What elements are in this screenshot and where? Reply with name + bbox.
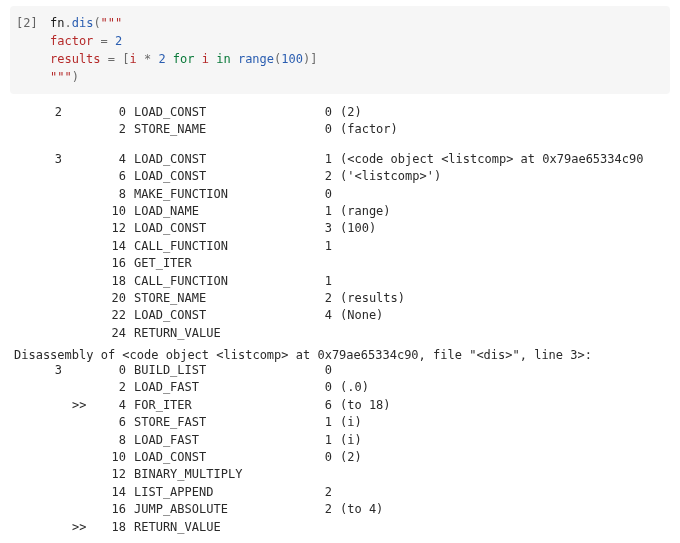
bytecode-lineno [14, 203, 72, 220]
bytecode-opcode: STORE_NAME [134, 290, 304, 307]
bytecode-arg: 0 [304, 121, 340, 138]
bytecode-marker [72, 151, 96, 168]
code-token: ( [93, 16, 100, 30]
bytecode-lineno [14, 484, 72, 501]
bytecode-arg: 2 [304, 484, 340, 501]
bytecode-row: 14CALL_FUNCTION1 [14, 238, 666, 255]
code-token: dis [72, 16, 94, 30]
bytecode-offset: 0 [96, 362, 134, 379]
bytecode-lineno [14, 432, 72, 449]
bytecode-arg: 1 [304, 273, 340, 290]
bytecode-offset: 18 [96, 273, 134, 290]
bytecode-offset: 12 [96, 220, 134, 237]
bytecode-lineno [14, 255, 72, 272]
bytecode-argval: (results) [340, 290, 666, 307]
bytecode-argval: (100) [340, 220, 666, 237]
bytecode-row: 16GET_ITER [14, 255, 666, 272]
bytecode-lineno: 3 [14, 362, 72, 379]
code-token [231, 52, 238, 66]
bytecode-argval [340, 325, 666, 342]
bytecode-row: 18CALL_FUNCTION1 [14, 273, 666, 290]
bytecode-opcode: LOAD_FAST [134, 379, 304, 396]
bytecode-offset: 2 [96, 121, 134, 138]
bytecode-opcode: BUILD_LIST [134, 362, 304, 379]
bytecode-row: 34LOAD_CONST1(<code object <listcomp> at… [14, 151, 666, 168]
bytecode-row: 10LOAD_CONST0(2) [14, 449, 666, 466]
code-token: i [129, 52, 143, 66]
bytecode-arg: 2 [304, 290, 340, 307]
bytecode-row: 6STORE_FAST1(i) [14, 414, 666, 431]
bytecode-row: 10LOAD_NAME1(range) [14, 203, 666, 220]
bytecode-arg: 3 [304, 220, 340, 237]
bytecode-argval: (factor) [340, 121, 666, 138]
bytecode-arg [304, 255, 340, 272]
bytecode-marker [72, 238, 96, 255]
bytecode-lineno [14, 501, 72, 518]
bytecode-arg: 0 [304, 379, 340, 396]
bytecode-row: 30BUILD_LIST0 [14, 362, 666, 379]
code-token: i [195, 52, 217, 66]
bytecode-argval: (to 18) [340, 397, 666, 414]
disassembly-header: Disassembly of <code object <listcomp> a… [0, 348, 680, 362]
bytecode-opcode: CALL_FUNCTION [134, 238, 304, 255]
bytecode-opcode: RETURN_VALUE [134, 325, 304, 342]
bytecode-row: 20LOAD_CONST0(2) [14, 104, 666, 121]
bytecode-arg: 2 [304, 168, 340, 185]
bytecode-opcode: LOAD_CONST [134, 220, 304, 237]
bytecode-arg: 1 [304, 151, 340, 168]
bytecode-argval: (<code object <listcomp> at 0x79ae65334c… [340, 151, 666, 168]
bytecode-lineno [14, 519, 72, 536]
bytecode-row: 8MAKE_FUNCTION0 [14, 186, 666, 203]
bytecode-offset: 22 [96, 307, 134, 324]
bytecode-row: >>4FOR_ITER6(to 18) [14, 397, 666, 414]
bytecode-lineno [14, 325, 72, 342]
bytecode-arg: 0 [304, 104, 340, 121]
bytecode-offset: 12 [96, 466, 134, 483]
code-token: 100 [281, 52, 303, 66]
bytecode-opcode: LOAD_CONST [134, 449, 304, 466]
code-token: ) [72, 70, 79, 84]
bytecode-opcode: GET_ITER [134, 255, 304, 272]
bytecode-marker [72, 362, 96, 379]
bytecode-arg: 2 [304, 501, 340, 518]
bytecode-marker [72, 186, 96, 203]
code-token: results [50, 52, 108, 66]
cell-prompt: [2] [16, 14, 50, 86]
bytecode-offset: 16 [96, 255, 134, 272]
bytecode-marker [72, 273, 96, 290]
bytecode-argval [340, 484, 666, 501]
code-cell: [2] fn.dis(""" factor = 2 results = [i *… [10, 6, 670, 94]
bytecode-marker [72, 168, 96, 185]
bytecode-arg: 1 [304, 414, 340, 431]
bytecode-offset: 20 [96, 290, 134, 307]
code-token: * [144, 52, 158, 66]
bytecode-opcode: LOAD_CONST [134, 104, 304, 121]
bytecode-lineno [14, 273, 72, 290]
code-body: fn.dis(""" factor = 2 results = [i * 2 f… [50, 14, 317, 86]
bytecode-opcode: CALL_FUNCTION [134, 273, 304, 290]
bytecode-lineno [14, 186, 72, 203]
code-token: . [64, 16, 71, 30]
bytecode-opcode: JUMP_ABSOLUTE [134, 501, 304, 518]
bytecode-arg: 0 [304, 449, 340, 466]
bytecode-row: 24RETURN_VALUE [14, 325, 666, 342]
bytecode-offset: 2 [96, 379, 134, 396]
code-token: in [216, 52, 230, 66]
bytecode-marker [72, 104, 96, 121]
bytecode-opcode: RETURN_VALUE [134, 519, 304, 536]
bytecode-offset: 24 [96, 325, 134, 342]
bytecode-argval [340, 273, 666, 290]
bytecode-offset: 10 [96, 449, 134, 466]
bytecode-row: 20STORE_NAME2(results) [14, 290, 666, 307]
bytecode-marker [72, 290, 96, 307]
bytecode-offset: 4 [96, 151, 134, 168]
bytecode-argval [340, 466, 666, 483]
bytecode-row: 6LOAD_CONST2('<listcomp>') [14, 168, 666, 185]
bytecode-marker [72, 432, 96, 449]
bytecode-opcode: STORE_FAST [134, 414, 304, 431]
bytecode-marker [72, 466, 96, 483]
bytecode-marker [72, 121, 96, 138]
bytecode-marker [72, 449, 96, 466]
bytecode-opcode: STORE_NAME [134, 121, 304, 138]
bytecode-argval: ('<listcomp>') [340, 168, 666, 185]
